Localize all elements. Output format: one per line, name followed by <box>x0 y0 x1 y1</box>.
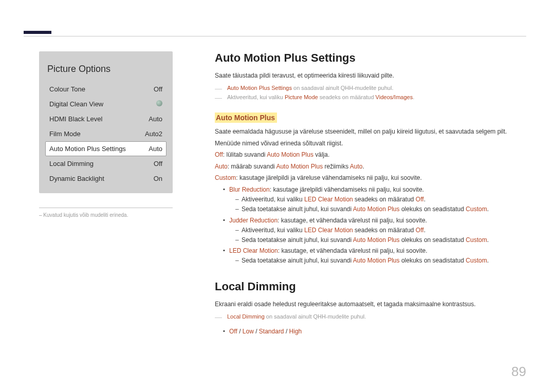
judder-sub-support: Seda toetatakse ainult juhul, kui suvand… <box>235 235 526 245</box>
ld-options: Off / Low / Standard / High <box>223 327 526 337</box>
menu-row-value: Auto <box>149 145 162 153</box>
bullet-judder-reduction: Judder Reduction: kasutage, et vähendada… <box>223 216 526 246</box>
note-activation: ― Aktiveeritud, kui valiku Picture Mode … <box>215 93 526 102</box>
judder-sub-activation: Aktiveeritud, kui valiku LED Clear Motio… <box>235 226 526 235</box>
chapter-tab-mark <box>24 31 51 34</box>
ld-intro: Ekraani eraldi osade heledust reguleerit… <box>215 300 526 309</box>
dash-icon: ― <box>215 84 224 93</box>
footnote-separator <box>39 208 173 208</box>
menu-row-value: Off <box>154 85 162 93</box>
menu-row-hdmi-black-level[interactable]: HDMI Black Level Auto <box>45 111 166 126</box>
menu-row-auto-motion-plus-settings[interactable]: Auto Motion Plus Settings Auto <box>45 141 166 156</box>
menu-row-value: Off <box>154 160 162 167</box>
heading-auto-motion-plus-settings: Auto Motion Plus Settings <box>215 51 526 65</box>
menu-row-dynamic-backlight[interactable]: Dynamic Backlight On <box>45 171 166 186</box>
menu-row-label: Local Dimming <box>49 160 94 167</box>
menu-row-label: Dynamic Backlight <box>49 175 104 182</box>
menu-row-digital-clean-view[interactable]: Digital Clean View <box>45 97 166 111</box>
image-disclaimer-footnote: Kuvatud kujutis võib mudeliti erineda. <box>39 212 178 218</box>
heading-local-dimming: Local Dimming <box>215 280 526 293</box>
led-sub-support: Seda toetatakse ainult juhul, kui suvand… <box>235 256 526 266</box>
menu-row-label: Digital Clean View <box>49 100 103 108</box>
menu-row-value: Auto2 <box>145 130 162 138</box>
menu-row-label: Film Mode <box>49 130 81 138</box>
bullet-blur-reduction: Blur Reduction: kasutage järelpildi vähe… <box>223 185 526 215</box>
amp-custom-line: Custom: kasutage järelpildi ja väreluse … <box>215 173 526 183</box>
blur-sub-activation: Aktiveeritud, kui valiku LED Clear Motio… <box>235 195 526 204</box>
bullet-led-clear-motion: LED Clear Motion: kasutage, et vähendada… <box>223 246 526 266</box>
menu-row-value: On <box>154 175 162 182</box>
amp-off-line: Off: lülitab suvandi Auto Motion Plus vä… <box>215 150 526 160</box>
dash-icon: ― <box>215 312 224 322</box>
intro-text: Saate täiustada pildi teravust, et optim… <box>215 71 526 81</box>
blur-sub-support: Seda toetatakse ainult juhul, kui suvand… <box>235 204 526 214</box>
note-availability: ― Auto Motion Plus Settings on saadaval … <box>215 84 526 93</box>
menu-row-value: Auto <box>149 115 162 123</box>
menu-row-local-dimming[interactable]: Local Dimming Off <box>45 156 166 171</box>
menu-row-label: HDMI Black Level <box>49 115 102 123</box>
menu-title: Picture Options <box>47 64 166 74</box>
top-rule <box>24 36 526 36</box>
amp-auto-line: Auto: määrab suvandi Auto Motion Plus re… <box>215 162 526 172</box>
menu-row-label: Colour Tone <box>49 85 85 93</box>
dash-icon: ― <box>215 93 224 102</box>
note-ld-availability: ― Local Dimming on saadaval ainult QHH-m… <box>215 312 526 322</box>
amp-para2: Menüüde nimed võivad erineda sõltuvalt r… <box>215 139 526 148</box>
menu-row-film-mode[interactable]: Film Mode Auto2 <box>45 126 166 141</box>
menu-row-label: Auto Motion Plus Settings <box>49 145 126 153</box>
subheading-auto-motion-plus: Auto Motion Plus <box>215 113 277 123</box>
amp-para1: Saate eemaldada hägususe ja väreluse sts… <box>215 127 526 137</box>
menu-row-colour-tone[interactable]: Colour Tone Off <box>45 82 166 97</box>
page-number: 89 <box>511 364 526 380</box>
menu-preview-box: Picture Options Colour Tone Off Digital … <box>39 51 173 193</box>
menu-row-value <box>156 100 162 108</box>
toggle-dot-icon <box>156 100 162 106</box>
